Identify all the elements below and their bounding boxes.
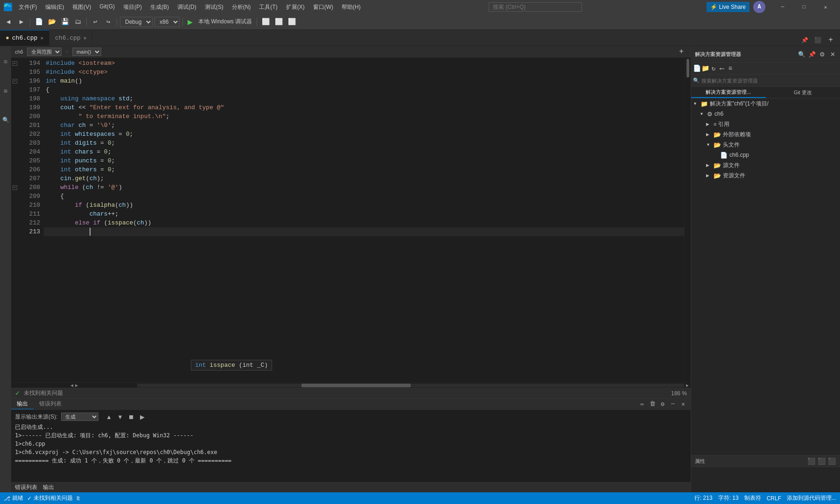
- tab-close-2[interactable]: ✕: [84, 35, 87, 41]
- toolbar-save-btn[interactable]: 💾: [59, 16, 70, 28]
- scope-dropdown[interactable]: 全局范围: [27, 48, 62, 56]
- debug-config-dropdown[interactable]: Debug: [120, 17, 153, 27]
- menu-build[interactable]: 生成(B): [147, 2, 173, 12]
- run-label[interactable]: 本地 Windows 调试器: [196, 18, 254, 26]
- tree-item-extdeps[interactable]: ▶ 📂 外部依赖项: [691, 129, 840, 140]
- tab-ch6cpp-modified[interactable]: ● ch6.cpp ✕: [0, 30, 49, 46]
- sidebar-tb-2[interactable]: 📁: [701, 65, 709, 72]
- tree-item-ch6[interactable]: ▼ ⚙ ch6: [691, 109, 840, 119]
- editor-toolbar-split[interactable]: ⬛: [812, 35, 823, 46]
- menu-tools[interactable]: 工具(T): [255, 2, 281, 12]
- output-run-btn[interactable]: ▶: [138, 412, 147, 421]
- menu-edit[interactable]: 编辑(E): [42, 2, 68, 12]
- menu-view[interactable]: 视图(V): [69, 2, 95, 12]
- menu-extensions[interactable]: 扩展(X): [282, 2, 308, 12]
- sidebar-pin-btn[interactable]: 📌: [808, 50, 816, 58]
- toolbar-new-btn[interactable]: 📄: [33, 16, 44, 28]
- code-content[interactable]: #include <iostream> #include <cctype> in…: [44, 58, 684, 382]
- editor-toolbar-plus[interactable]: +: [825, 35, 836, 46]
- menu-debug[interactable]: 调试(D): [174, 2, 200, 12]
- props-icon-1[interactable]: ⬛: [806, 456, 816, 466]
- maximize-button[interactable]: □: [793, 0, 815, 14]
- sidebar-tb-4[interactable]: ⟵: [718, 65, 726, 72]
- output-footer-tab[interactable]: 输出: [43, 483, 54, 491]
- toolbar-fwd-btn[interactable]: ▶: [16, 16, 27, 28]
- output-minimize-btn[interactable]: ─: [668, 399, 678, 409]
- toolbar-extra-3[interactable]: ⬜: [286, 16, 297, 28]
- status-add-source[interactable]: 添加到源代码管理...: [787, 494, 836, 502]
- editor-scope-add[interactable]: +: [676, 46, 687, 57]
- status-errors-item[interactable]: ✓ 未找到相关问题: [27, 494, 73, 502]
- code-editor[interactable]: − − −: [11, 58, 691, 382]
- tree-item-solution[interactable]: ▼ 📁 解决方案"ch6"(1个项目/: [691, 98, 840, 109]
- title-search-input[interactable]: [489, 2, 582, 12]
- tree-item-headers[interactable]: ▼ 📂 头文件: [691, 140, 840, 150]
- platform-dropdown[interactable]: x86: [154, 17, 180, 27]
- menu-help[interactable]: 帮助(H): [338, 2, 364, 12]
- menu-file[interactable]: 文件(F): [15, 2, 41, 12]
- output-wrap-btn[interactable]: ⇔: [637, 399, 647, 409]
- output-clear-btn[interactable]: 🗑: [648, 399, 657, 409]
- menu-test[interactable]: 测试(S): [201, 2, 227, 12]
- toolbar-undo-btn[interactable]: ↩: [90, 16, 101, 28]
- toolbar-save-all-btn[interactable]: 🗂: [72, 16, 84, 28]
- output-tab[interactable]: 输出: [11, 399, 34, 409]
- function-dropdown[interactable]: main(): [72, 48, 101, 56]
- output-settings-btn[interactable]: ⚙: [658, 399, 667, 409]
- close-button[interactable]: ✕: [815, 0, 836, 14]
- h-scrollbar[interactable]: ◀▶ ▶: [11, 382, 691, 388]
- editor-toolbar-pin[interactable]: 📌: [799, 35, 810, 46]
- sidebar-tb-5[interactable]: ≡: [727, 65, 734, 72]
- sidebar-search-btn[interactable]: 🔍: [798, 50, 805, 58]
- tree-item-ch6cpp[interactable]: 📄 ch6.cpp: [691, 150, 840, 160]
- sidebar-tab-git[interactable]: Git 更改: [766, 87, 840, 98]
- output-source-select[interactable]: 生成: [61, 413, 98, 421]
- fold-208[interactable]: −: [11, 183, 18, 192]
- status-encoding[interactable]: 制表符: [744, 494, 761, 502]
- fold-box-208[interactable]: −: [13, 185, 17, 190]
- editor-scrollbar-thumb[interactable]: [686, 59, 689, 77]
- tab-close-1[interactable]: ✕: [40, 35, 43, 41]
- sidebar-search-input[interactable]: [701, 78, 838, 84]
- output-close-btn[interactable]: ✕: [679, 399, 688, 409]
- sidebar-close-btn[interactable]: ✕: [829, 50, 836, 58]
- status-it-item[interactable]: It: [77, 495, 80, 502]
- toolbar-back-btn[interactable]: ◀: [3, 16, 14, 28]
- toolbar-extra-2[interactable]: ⬜: [273, 16, 284, 28]
- sidebar-tab-solution[interactable]: 解决方案资源管理...: [691, 87, 766, 98]
- status-char[interactable]: 字符: 13: [718, 494, 739, 502]
- tree-item-srcfiles[interactable]: ▶ 📂 源文件: [691, 160, 840, 170]
- props-icon-2[interactable]: ⬛: [817, 456, 826, 466]
- liveshare-button[interactable]: ⚡ Live Share: [707, 2, 749, 12]
- error-list-tab[interactable]: 错误列表: [34, 399, 67, 409]
- output-stop-btn[interactable]: ⏹: [126, 412, 136, 421]
- toolbar-redo-btn[interactable]: ↪: [103, 16, 114, 28]
- minimize-button[interactable]: ─: [772, 0, 793, 14]
- fold-196[interactable]: −: [11, 77, 18, 85]
- run-button[interactable]: ▶: [186, 16, 195, 28]
- fold-194[interactable]: −: [11, 59, 18, 68]
- fold-box-194[interactable]: −: [13, 61, 17, 66]
- props-icon-3[interactable]: ⬛: [827, 456, 836, 466]
- editor-scrollbar[interactable]: [684, 58, 691, 382]
- error-list-footer-tab[interactable]: 错误列表: [15, 483, 37, 491]
- menu-analyze[interactable]: 分析(N): [228, 2, 255, 12]
- tab-ch6cpp-2[interactable]: ch6.cpp ✕: [49, 30, 92, 46]
- h-scroll-thumb[interactable]: [301, 384, 411, 387]
- tree-item-resfiles[interactable]: ▶ 📂 资源文件: [691, 170, 840, 181]
- sidebar-settings-btn[interactable]: ⚙: [819, 50, 826, 58]
- activity-icon-3[interactable]: 🔍: [1, 106, 10, 134]
- output-up-btn[interactable]: ▲: [104, 412, 113, 421]
- status-git-item[interactable]: ⎇ 就绪: [4, 494, 23, 502]
- menu-project[interactable]: 项目(P): [119, 2, 146, 12]
- activity-icon-1[interactable]: ≡: [1, 48, 10, 76]
- toolbar-extra-1[interactable]: ⬜: [260, 16, 271, 28]
- tree-item-refs[interactable]: ▶ ≡ 引用: [691, 119, 840, 129]
- status-line[interactable]: 行: 213: [694, 494, 713, 502]
- status-line-ending[interactable]: CRLF: [767, 495, 781, 502]
- toolbar-open-btn[interactable]: 📂: [46, 16, 57, 28]
- fold-box-196[interactable]: −: [13, 79, 17, 84]
- sidebar-tb-1[interactable]: 📄: [693, 65, 700, 72]
- menu-window[interactable]: 窗口(W): [309, 2, 337, 12]
- sidebar-tb-3[interactable]: ↻: [710, 65, 717, 72]
